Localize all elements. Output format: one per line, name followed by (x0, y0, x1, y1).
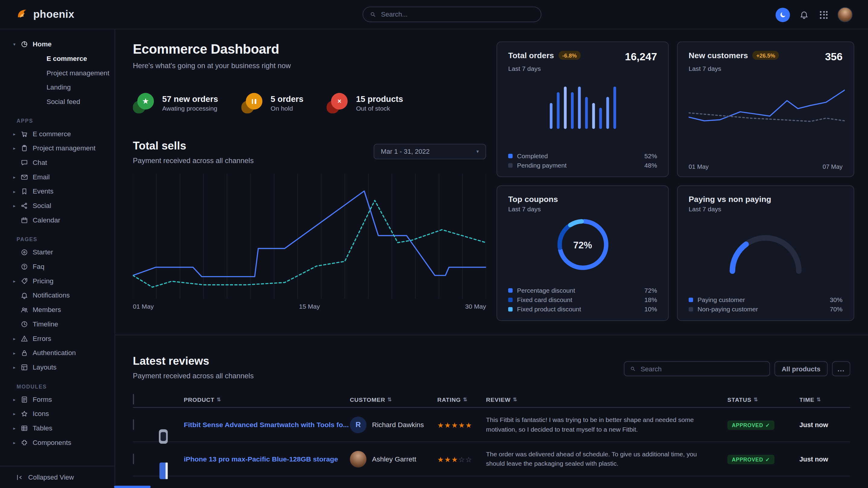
column-label: PRODUCT (184, 396, 214, 402)
chevron-right-icon: ▸ (13, 279, 21, 284)
legend-value: 70% (830, 306, 842, 312)
sidebar-item-email[interactable]: ▸ Email (0, 170, 115, 184)
card-period: Last 7 days (508, 206, 657, 213)
legend-label: Non-paying customer (698, 306, 830, 312)
latest-reviews-title: Latest reviews (133, 355, 254, 367)
reviews-search-input[interactable] (640, 364, 764, 373)
paying-legend: Paying customer 30% Non-paying customer … (688, 295, 842, 314)
question-icon (21, 263, 28, 271)
sidebar-item-icons[interactable]: ▸ Icons (0, 406, 115, 421)
latest-reviews-subtitle: Payment received across all channels (133, 372, 254, 380)
sidebar-item-social-feed[interactable]: Social feed (0, 95, 115, 109)
sidebar-item-notifications[interactable]: Notifications (0, 288, 115, 303)
legend-swatch (508, 154, 513, 158)
brand[interactable]: phoenix (16, 8, 74, 21)
phoenix-logo-icon (16, 8, 29, 21)
sidebar-item-label: Project management (33, 144, 95, 152)
sidebar-item-social[interactable]: ▸ Social (0, 199, 115, 213)
sidebar-item-errors[interactable]: ▸ Errors (0, 331, 115, 346)
date-range-value: Mar 1 - 31, 2022 (381, 148, 430, 156)
sidebar-item-tables[interactable]: ▸ Tables (0, 421, 115, 435)
sidebar-item-calendar[interactable]: Calendar (0, 213, 115, 228)
theme-toggle-button[interactable] (776, 7, 790, 22)
card-title: Paying vs non paying (688, 195, 771, 203)
sidebar-item-label: Social (33, 202, 51, 210)
column-header-time[interactable]: TIME⇅ (799, 396, 850, 402)
global-search[interactable] (363, 7, 541, 22)
column-header-product[interactable]: PRODUCT⇅ (184, 396, 350, 402)
chevron-right-icon: ▸ (13, 365, 21, 370)
column-header-customer[interactable]: CUSTOMER⇅ (350, 396, 437, 402)
clock-icon (21, 320, 28, 328)
rating-stars: ★★★★★ (437, 420, 486, 429)
sidebar-item-label: Errors (33, 334, 51, 343)
sidebar-item-starter[interactable]: Starter (0, 245, 115, 260)
legend-value: 30% (830, 296, 842, 303)
date-range-select[interactable]: Mar 1 - 31, 2022 ▾ (374, 144, 486, 159)
chevron-right-icon: ▸ (13, 412, 21, 417)
total-sells-subtitle: Payment received across all channels (133, 157, 254, 165)
time-cell: Just now (799, 421, 850, 429)
sidebar-item-home[interactable]: ▾ Home (0, 37, 115, 52)
column-header-review[interactable]: REVIEW⇅ (486, 396, 727, 402)
sidebar-item-events[interactable]: ▸ Events (0, 184, 115, 199)
x-axis-label: 01 May (133, 303, 154, 310)
sidebar-item-label: Icons (33, 410, 49, 418)
all-products-button[interactable]: All products (775, 361, 828, 377)
legend-row: Paying customer 30% (688, 295, 842, 304)
sidebar-item-members[interactable]: Members (0, 303, 115, 317)
moon-icon (779, 11, 786, 19)
column-header-status[interactable]: STATUS⇅ (727, 396, 800, 402)
new-orders-icon: ★ (133, 92, 155, 114)
sidebar-item-timeline[interactable]: Timeline (0, 317, 115, 331)
apps-menu-button[interactable] (818, 8, 830, 21)
collapsed-view-label: Collapsed View (28, 473, 74, 481)
rating-stars: ★★★☆☆ (437, 454, 486, 464)
change-badge: -6.8% (559, 51, 581, 60)
select-all-checkbox[interactable] (133, 394, 134, 404)
dashboard-cards: Total orders -6.8% 16,247 Last 7 days Co… (496, 42, 854, 321)
sidebar-item-landing[interactable]: Landing (0, 80, 115, 95)
sidebar-item-ecommerce-dashboard[interactable]: E commerce (0, 52, 115, 66)
sidebar-item-project-management-app[interactable]: ▸ Project management (0, 141, 115, 156)
reviews-search[interactable] (624, 361, 770, 377)
product-link[interactable]: iPhone 13 pro max-Pacific Blue-128GB sto… (184, 455, 350, 463)
legend-value: 48% (644, 162, 657, 168)
notifications-button[interactable] (798, 8, 810, 21)
sidebar-item-project-management-dashboard[interactable]: Project management (0, 66, 115, 80)
sidebar-item-pricing[interactable]: ▸ Pricing (0, 274, 115, 289)
global-search-input[interactable] (380, 10, 534, 19)
top-coupons-legend: Percentage discount 72% Fixed card disco… (508, 286, 657, 314)
row-checkbox[interactable] (133, 453, 134, 464)
column-header-rating[interactable]: RATING⇅ (437, 396, 486, 402)
sidebar-item-authentication[interactable]: ▸ Authentication (0, 346, 115, 360)
time-cell: Just now (799, 455, 850, 463)
sidebar-item-forms[interactable]: ▸ Forms (0, 392, 115, 406)
sidebar-item-layouts[interactable]: ▸ Layouts (0, 360, 115, 375)
total-sells-chart (133, 174, 486, 299)
sidebar-item-ecommerce-app[interactable]: ▸ E commerce (0, 127, 115, 141)
horizontal-scrollbar-thumb[interactable] (114, 486, 151, 488)
legend-swatch (508, 307, 513, 312)
stat-caption: Out of stock (356, 105, 403, 112)
puzzle-icon (21, 439, 28, 447)
row-checkbox[interactable] (133, 419, 134, 429)
paying-vs-nonpaying-card: Paying vs non paying Last 7 days Paying … (677, 185, 854, 321)
change-badge: +26.5% (752, 51, 779, 60)
user-avatar[interactable] (838, 7, 852, 22)
sidebar-item-components[interactable]: ▸ Components (0, 435, 115, 450)
star-glyph-icon: ★ (143, 97, 149, 105)
check-icon: ✓ (766, 422, 770, 428)
sidebar-item-faq[interactable]: Faq (0, 260, 115, 274)
pause-glyph-icon (252, 99, 256, 104)
collapsed-view-button[interactable]: Collapsed View (0, 466, 115, 488)
table-row-partial (133, 476, 850, 488)
more-options-button[interactable]: ... (832, 361, 850, 377)
legend-value: 18% (644, 296, 657, 303)
product-link[interactable]: Fitbit Sense Advanced Smartwatch with To… (184, 421, 350, 429)
sidebar-item-chat[interactable]: Chat (0, 156, 115, 170)
legend-value: 52% (644, 153, 657, 159)
warning-icon (21, 334, 28, 343)
sort-icon: ⇅ (388, 396, 392, 402)
chevron-right-icon: ▸ (13, 174, 21, 180)
